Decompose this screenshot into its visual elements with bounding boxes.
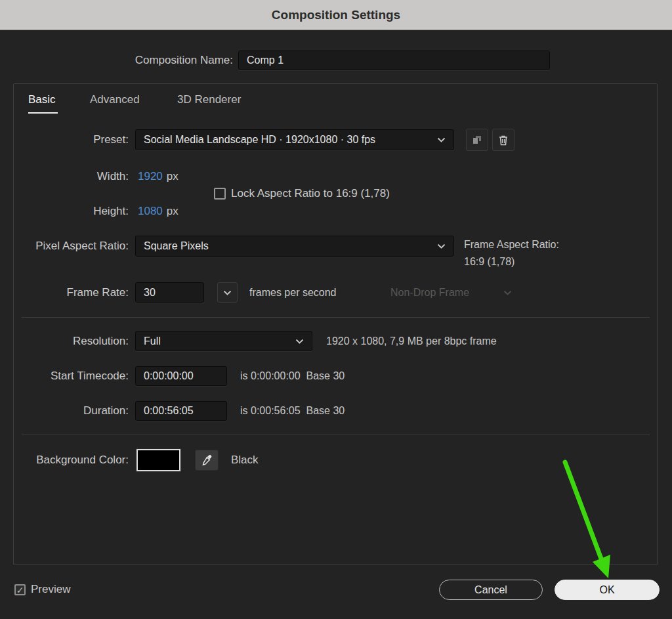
background-color-name: Black — [231, 453, 259, 467]
start-timecode-input[interactable] — [135, 366, 227, 386]
background-color-label: Background Color: — [13, 449, 129, 471]
frame-aspect-label: Frame Aspect Ratio: — [464, 238, 559, 252]
pixel-aspect-value: Square Pixels — [144, 240, 209, 252]
tab-3d-renderer[interactable]: 3D Renderer — [177, 93, 241, 106]
height-label: Height: — [13, 204, 129, 219]
lock-aspect-checkbox[interactable] — [214, 188, 226, 200]
dialog-title: Composition Settings — [272, 8, 400, 22]
cancel-button[interactable]: Cancel — [439, 580, 543, 600]
lock-aspect-label: Lock Aspect Ratio to 16:9 (1,78) — [231, 187, 390, 200]
active-tab-underline — [28, 112, 58, 114]
tab-advanced[interactable]: Advanced — [90, 93, 140, 106]
check-icon: ✓ — [16, 586, 24, 595]
divider — [22, 317, 650, 318]
drop-frame-dropdown: Non-Drop Frame — [390, 282, 512, 303]
frame-aspect-value: 16:9 (1,78) — [464, 255, 514, 269]
dialog-titlebar: Composition Settings — [0, 0, 672, 30]
chevron-down-icon — [503, 290, 512, 295]
resolution-value: Full — [144, 335, 161, 347]
frame-rate-label: Frame Rate: — [13, 282, 129, 303]
width-unit: px — [167, 170, 178, 182]
resolution-info: 1920 x 1080, 7,9 MB per 8bpc frame — [326, 334, 497, 349]
trash-icon — [498, 135, 509, 146]
composition-name-input[interactable] — [238, 51, 550, 70]
preset-label: Preset: — [13, 129, 129, 150]
eyedropper-icon — [201, 454, 213, 466]
chevron-down-icon — [437, 137, 446, 142]
frame-rate-input[interactable] — [135, 282, 204, 303]
ok-button[interactable]: OK — [555, 580, 660, 600]
settings-panel — [13, 83, 658, 565]
chevron-down-icon — [223, 290, 232, 295]
width-value-row: 1920px — [138, 169, 178, 184]
frame-rate-dropdown-button[interactable] — [217, 282, 238, 303]
pixel-aspect-dropdown[interactable]: Square Pixels — [135, 236, 454, 257]
duration-input[interactable] — [135, 401, 227, 421]
eyedropper-button[interactable] — [195, 450, 219, 471]
start-timecode-label: Start Timecode: — [13, 366, 129, 386]
preview-label: Preview — [31, 583, 70, 596]
background-color-swatch[interactable] — [136, 449, 180, 471]
duration-info: is 0:00:56:05 Base 30 — [240, 404, 345, 418]
composition-name-label: Composition Name: — [66, 53, 233, 68]
divider — [22, 435, 650, 435]
chevron-down-icon — [437, 244, 446, 249]
preset-dropdown[interactable]: Social Media Landscape HD · 1920x1080 · … — [135, 129, 454, 150]
height-unit: px — [167, 205, 178, 217]
delete-preset-button[interactable] — [492, 129, 514, 151]
chevron-down-icon — [295, 339, 304, 344]
resolution-dropdown[interactable]: Full — [135, 331, 312, 351]
start-timecode-info: is 0:00:00:00 Base 30 — [240, 369, 345, 383]
preset-value: Social Media Landscape HD · 1920x1080 · … — [144, 134, 375, 146]
tab-basic[interactable]: Basic — [28, 93, 56, 106]
save-preset-icon — [472, 135, 482, 145]
pixel-aspect-label: Pixel Aspect Ratio: — [13, 236, 129, 257]
preview-checkbox[interactable]: ✓ — [14, 584, 26, 595]
width-value[interactable]: 1920 — [138, 170, 163, 182]
resolution-label: Resolution: — [13, 331, 129, 351]
width-label: Width: — [13, 169, 129, 184]
height-value-row: 1080px — [138, 204, 178, 219]
drop-frame-value: Non-Drop Frame — [390, 287, 469, 299]
duration-label: Duration: — [13, 401, 129, 421]
save-preset-button[interactable] — [466, 129, 488, 151]
frame-rate-unit: frames per second — [249, 286, 337, 300]
height-value[interactable]: 1080 — [138, 205, 163, 217]
